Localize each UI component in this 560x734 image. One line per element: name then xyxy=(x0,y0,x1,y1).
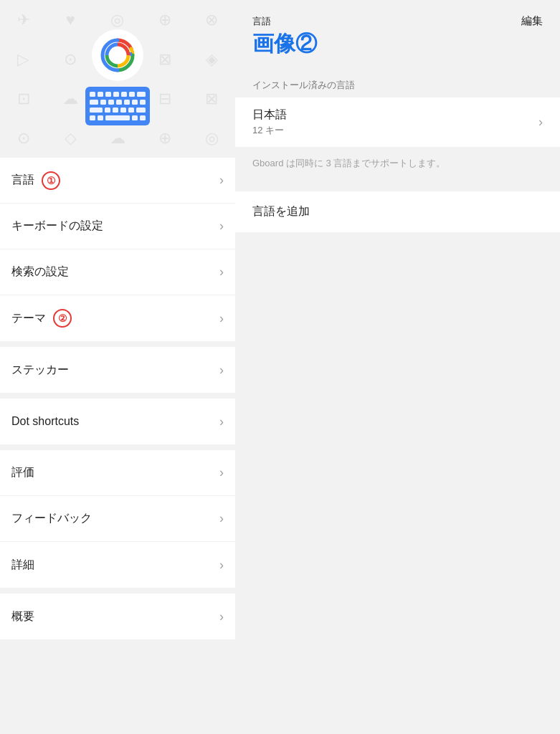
review-label: 評価 xyxy=(11,465,34,480)
language-item-japanese[interactable]: 日本語 12 キー › xyxy=(235,97,560,147)
theme-label: テーマ xyxy=(11,311,46,326)
svg-rect-17 xyxy=(140,100,146,105)
svg-rect-23 xyxy=(136,108,146,113)
installed-languages-label: インストール済みの言語 xyxy=(235,67,560,97)
right-header: 言語 編集 画像② xyxy=(235,0,560,67)
chevron-icon: › xyxy=(538,115,543,130)
language-sub: 12 キー xyxy=(252,124,287,137)
right-title: 画像② xyxy=(252,29,543,59)
chevron-icon: › xyxy=(219,311,224,326)
menu-item-language[interactable]: 言語 ① › xyxy=(0,158,235,204)
dot-shortcuts-label: Dot shortcuts xyxy=(11,415,79,428)
search-settings-label: 検索の設定 xyxy=(11,264,69,280)
svg-rect-28 xyxy=(140,115,146,120)
right-header-top: 言語 編集 xyxy=(252,14,543,28)
svg-rect-13 xyxy=(108,100,114,105)
svg-rect-15 xyxy=(124,100,130,105)
svg-rect-4 xyxy=(90,92,95,97)
chevron-icon: › xyxy=(219,609,224,624)
google-g-icon xyxy=(92,29,143,81)
bg-icon-9: ⊠ xyxy=(158,50,171,69)
svg-rect-25 xyxy=(98,115,103,120)
menu-item-overview[interactable]: 概要 › xyxy=(0,594,235,639)
menu-section-overview: 概要 › xyxy=(0,594,235,639)
edit-button[interactable]: 編集 xyxy=(521,14,543,28)
bg-icon-7: ⊙ xyxy=(64,50,77,69)
svg-rect-21 xyxy=(120,108,126,113)
menu-item-keyboard-settings[interactable]: キーボードの設定 › xyxy=(0,204,235,249)
bg-icon-18: ☁ xyxy=(110,129,125,148)
bg-icon-2: ♥ xyxy=(66,11,75,29)
feedback-label: フィードバック xyxy=(11,511,92,526)
overview-label: 概要 xyxy=(11,609,34,624)
bg-icon-11: ⊡ xyxy=(17,90,30,108)
menu-item-feedback[interactable]: フィードバック › xyxy=(0,496,235,542)
svg-rect-7 xyxy=(113,92,119,97)
language-badge: ① xyxy=(42,171,60,190)
menu-item-theme[interactable]: テーマ ② › xyxy=(0,295,235,341)
chevron-icon: › xyxy=(219,363,224,378)
bg-icon-20: ◎ xyxy=(205,129,219,148)
menu-section-main: 言語 ① › キーボードの設定 › 検索の設定 › テーマ ② › xyxy=(0,158,235,341)
chevron-icon: › xyxy=(219,414,224,429)
menu-item-review[interactable]: 評価 › xyxy=(0,450,235,496)
gboard-logo xyxy=(85,29,150,125)
language-list: 日本語 12 キー › xyxy=(235,97,560,147)
language-label: 言語 xyxy=(11,173,34,188)
chevron-icon: › xyxy=(219,558,224,573)
add-language-card: 言語を追加 xyxy=(235,191,560,232)
svg-rect-16 xyxy=(132,100,138,105)
detail-label: 詳細 xyxy=(11,558,34,573)
chevron-icon: › xyxy=(219,264,224,280)
svg-rect-9 xyxy=(129,92,135,97)
menu-item-dot-shortcuts[interactable]: Dot shortcuts › xyxy=(0,399,235,444)
svg-rect-6 xyxy=(105,92,111,97)
svg-rect-19 xyxy=(105,108,110,113)
svg-rect-11 xyxy=(90,100,98,105)
right-panel: 言語 編集 画像② インストール済みの言語 日本語 12 キー › Gboard… xyxy=(235,0,560,734)
right-section-label: 言語 xyxy=(252,15,271,28)
chevron-icon: › xyxy=(219,219,224,234)
language-name: 日本語 xyxy=(252,108,287,123)
logo-area: ✈ ♥ ◎ ⊕ ⊗ ▷ ⊙ ◎ ⊠ ◈ ⊡ ☁ ♪ ⊟ ⊠ ⊙ ◇ ☁ ⊕ ◎ xyxy=(0,0,235,158)
chevron-icon: › xyxy=(219,173,224,188)
svg-rect-20 xyxy=(113,108,118,113)
chevron-icon: › xyxy=(219,511,224,526)
svg-rect-10 xyxy=(137,92,146,97)
svg-rect-22 xyxy=(128,108,134,113)
support-note: Gboard は同時に 3 言語までサポートします。 xyxy=(235,147,560,180)
bg-icon-5: ⊗ xyxy=(205,11,218,29)
bg-icon-19: ⊕ xyxy=(158,129,171,148)
svg-rect-24 xyxy=(90,115,95,120)
bg-icon-16: ⊙ xyxy=(17,129,30,148)
sticker-label: ステッカー xyxy=(11,363,69,378)
menu-section-dot-shortcuts: Dot shortcuts › xyxy=(0,399,235,444)
left-panel: ✈ ♥ ◎ ⊕ ⊗ ▷ ⊙ ◎ ⊠ ◈ ⊡ ☁ ♪ ⊟ ⊠ ⊙ ◇ ☁ ⊕ ◎ xyxy=(0,0,235,734)
bg-icon-1: ✈ xyxy=(17,11,30,29)
bg-icon-10: ◈ xyxy=(206,50,218,69)
svg-rect-27 xyxy=(132,115,138,120)
svg-rect-8 xyxy=(121,92,127,97)
bg-icon-6: ▷ xyxy=(17,50,29,69)
menu-item-detail[interactable]: 詳細 › xyxy=(0,542,235,588)
theme-badge: ② xyxy=(53,309,72,328)
bg-icon-14: ⊟ xyxy=(158,90,171,108)
add-language-button[interactable]: 言語を追加 xyxy=(235,191,560,232)
menu-item-search-settings[interactable]: 検索の設定 › xyxy=(0,249,235,295)
chevron-icon: › xyxy=(219,465,224,480)
bg-icon-12: ☁ xyxy=(62,90,78,108)
svg-rect-5 xyxy=(98,92,103,97)
svg-rect-14 xyxy=(116,100,122,105)
add-language-label: 言語を追加 xyxy=(252,204,310,219)
bg-icon-4: ⊕ xyxy=(158,11,171,29)
bg-icon-3: ◎ xyxy=(110,11,124,29)
menu-section-sticker: ステッカー › xyxy=(0,347,235,393)
bg-icon-17: ◇ xyxy=(65,129,77,148)
svg-rect-18 xyxy=(90,108,103,113)
menu-section-misc: 評価 › フィードバック › 詳細 › xyxy=(0,450,235,588)
svg-rect-26 xyxy=(105,115,130,120)
svg-rect-12 xyxy=(100,100,106,105)
keyboard-settings-label: キーボードの設定 xyxy=(11,219,103,234)
menu-item-sticker[interactable]: ステッカー › xyxy=(0,347,235,393)
keyboard-icon xyxy=(85,87,150,125)
